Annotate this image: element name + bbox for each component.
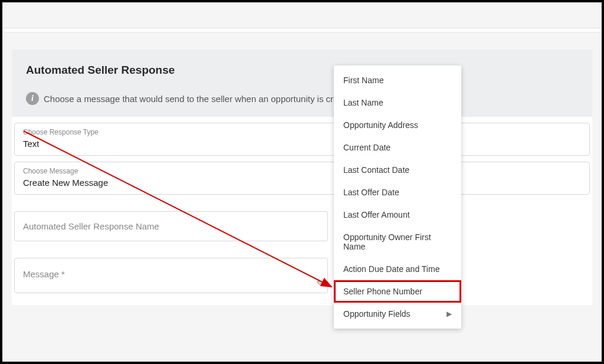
- menu-item-last-name[interactable]: Last Name: [334, 91, 461, 114]
- menu-item-label: Last Name: [343, 98, 383, 107]
- response-type-label: Choose Response Type: [23, 128, 581, 136]
- choose-message-label: Choose Message: [23, 167, 581, 175]
- message-row: Message * ✎ ‹··›: [14, 258, 590, 293]
- menu-item-label: Opportunity Fields: [343, 309, 411, 319]
- menu-item-owner-first-name[interactable]: Opportunity Owner First Name: [334, 226, 461, 258]
- menu-item-label: Opportunity Address: [343, 120, 418, 130]
- choose-message-value: Create New Message: [23, 178, 108, 188]
- menu-item-label: Opportunity Owner First Name: [343, 232, 452, 251]
- menu-item-label: First Name: [343, 76, 383, 85]
- menu-item-current-date[interactable]: Current Date: [334, 136, 461, 159]
- menu-item-action-due[interactable]: Action Due Date and Time: [334, 258, 461, 280]
- menu-item-opportunity-fields[interactable]: Opportunity Fields ▶: [334, 303, 461, 325]
- panel-info-row: i Choose a message that would send to th…: [26, 92, 578, 105]
- menu-item-label: Last Offer Amount: [343, 210, 410, 219]
- menu-item-label: Last Offer Date: [343, 188, 399, 197]
- menu-item-last-offer-amount[interactable]: Last Offer Amount: [334, 204, 461, 226]
- menu-item-label: Last Contact Date: [343, 165, 409, 175]
- response-type-field[interactable]: Choose Response Type Text: [14, 123, 590, 156]
- panel-title: Automated Seller Response: [26, 64, 578, 77]
- white-band: [2, 28, 602, 33]
- menu-item-label: Current Date: [343, 143, 390, 152]
- message-placeholder: Message *: [23, 269, 65, 279]
- menu-item-opportunity-address[interactable]: Opportunity Address: [334, 114, 461, 136]
- menu-item-label: Action Due Date and Time: [343, 264, 439, 274]
- insert-field-menu: First Name Last Name Opportunity Address…: [334, 65, 461, 329]
- response-name-input[interactable]: Automated Seller Response Name: [14, 211, 328, 241]
- resize-handle-icon: ✎: [316, 279, 323, 288]
- choose-message-field[interactable]: Choose Message Create New Message: [14, 162, 590, 195]
- menu-item-last-offer-date[interactable]: Last Offer Date: [334, 181, 461, 204]
- menu-item-last-contact-date[interactable]: Last Contact Date: [334, 159, 461, 181]
- form-area: Choose Response Type Text Choose Message…: [12, 117, 592, 305]
- message-input[interactable]: Message * ✎: [14, 258, 328, 293]
- info-icon: i: [26, 92, 39, 105]
- response-type-value: Text: [23, 139, 40, 149]
- content-area: Automated Seller Response i Choose a mes…: [2, 50, 602, 305]
- menu-item-label: Seller Phone Number: [343, 287, 422, 296]
- menu-item-first-name[interactable]: First Name: [334, 69, 461, 91]
- menu-item-seller-phone[interactable]: Seller Phone Number: [334, 280, 461, 303]
- top-bar: [2, 2, 602, 28]
- panel-description: Choose a message that would send to the …: [44, 94, 333, 104]
- app-frame: Automated Seller Response i Choose a mes…: [0, 0, 604, 364]
- chevron-right-icon: ▶: [447, 310, 452, 318]
- panel-header: Automated Seller Response i Choose a mes…: [12, 50, 592, 117]
